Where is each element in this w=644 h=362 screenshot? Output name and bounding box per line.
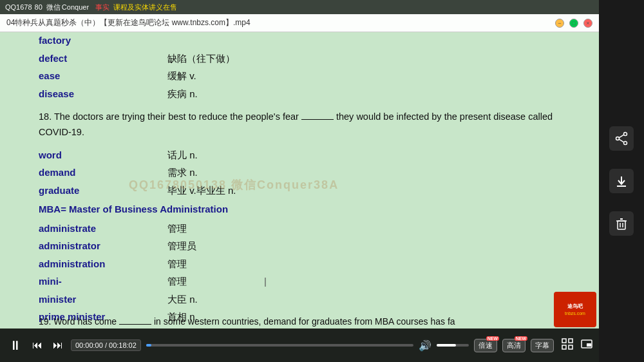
logo-subtext: tnbzs.com	[565, 311, 585, 316]
vocab-zh-word: 话儿 n.	[167, 147, 198, 164]
vocab-zh-graduate: 毕业 v.毕业生 n.	[167, 182, 236, 199]
subtitle-label: 字幕	[535, 341, 549, 350]
quality-button[interactable]: NEW 高清	[502, 339, 526, 352]
svg-line-10	[619, 139, 624, 142]
window-controls: − □ ×	[555, 19, 592, 28]
next-button[interactable]: ⏭	[50, 338, 66, 352]
vocab-en-factory: factory	[39, 32, 129, 49]
quality-label: 高清	[507, 341, 521, 350]
volume-icon[interactable]: 🔊	[419, 339, 431, 352]
svg-rect-0	[562, 339, 566, 343]
logo-text: 途鸟吧	[567, 303, 583, 310]
time-display: 00:00:00 / 00:18:02	[71, 339, 141, 351]
speed-label: 倍速	[478, 341, 493, 350]
close-button[interactable]: ×	[583, 19, 592, 28]
vocab-zh-minister: 大臣 n.	[167, 291, 198, 308]
fullscreen-button[interactable]	[562, 338, 573, 352]
tnbzs-logo: 途鸟吧 tnbzs.com	[554, 292, 596, 327]
svg-rect-1	[569, 339, 573, 343]
bottom-sentence: 19. Word has come in some western countr…	[39, 315, 509, 329]
prev-button[interactable]: ⏮	[30, 338, 45, 352]
download-button[interactable]	[609, 169, 634, 193]
vocab-zh-defect: 缺陷（往下做）	[167, 50, 235, 67]
vocab-en-minister: minister	[39, 291, 129, 308]
vocab-row-factory: factory	[39, 32, 560, 49]
vocab-en-demand: demand	[39, 164, 129, 181]
right-sidebar	[599, 0, 644, 362]
progress-bar[interactable]	[146, 344, 413, 347]
video-container: QQ1678 80 微信 Conquer 事实 课程及实体讲义在售 04特种兵从…	[0, 0, 644, 362]
vocab-zh-demand: 需求 n.	[167, 164, 198, 181]
vocab-row-mini: mini- 管理 |	[39, 273, 560, 290]
title-bar: 04特种兵从真题秒杀（中）【更新在途鸟吧论坛 www.tnbzs.com】.mp…	[0, 14, 599, 32]
vocab-en-word: word	[39, 147, 129, 164]
blank-2	[119, 324, 151, 325]
vocab-en-graduate: graduate	[39, 182, 129, 199]
svg-rect-2	[562, 345, 566, 349]
window-title: 04特种兵从真题秒杀（中）【更新在途鸟吧论坛 www.tnbzs.com】.mp…	[6, 17, 555, 28]
watermark-red: 事实	[95, 3, 109, 12]
vocab-row-disease: disease 疾病 n.	[39, 86, 560, 102]
vocab-en-administration: administration	[39, 256, 129, 272]
speed-button[interactable]: NEW 倍速	[474, 339, 497, 352]
vocab-row-minister: minister 大臣 n.	[39, 291, 560, 308]
svg-point-8	[624, 142, 627, 145]
mba-row: MBA= Master of Business Administration	[39, 201, 560, 218]
volume-bar[interactable]	[437, 344, 469, 347]
pause-button[interactable]: ⏸	[6, 337, 24, 354]
svg-point-7	[616, 137, 620, 140]
vocab-en-defect: defect	[39, 50, 129, 67]
vocab-row-graduate: graduate 毕业 v.毕业生 n.	[39, 182, 560, 199]
vocab-zh-administration: 管理	[167, 256, 187, 272]
vocab-row-demand: demand 需求 n.	[39, 164, 560, 181]
vocab-zh-administrator: 管理员	[167, 238, 196, 254]
watermark-qq: QQ1678	[5, 3, 32, 11]
vocab-en-disease: disease	[39, 86, 129, 102]
top-watermark-bar: QQ1678 80 微信 Conquer 事实 课程及实体讲义在售	[0, 0, 599, 14]
vocab-en-ease: ease	[39, 68, 129, 84]
svg-rect-13	[618, 221, 625, 229]
share-button[interactable]	[609, 126, 634, 151]
delete-button[interactable]	[609, 211, 634, 236]
watermark-id: 80	[35, 3, 43, 11]
watermark-yellow: 课程及实体讲义在售	[113, 3, 177, 12]
cursor-position: |	[264, 273, 267, 290]
subtitle-button[interactable]: 字幕	[531, 339, 554, 352]
volume-fill	[437, 344, 456, 347]
video-content: QQ1678 80 微信 Conquer 事实 课程及实体讲义在售 04特种兵从…	[0, 0, 599, 362]
pip-button[interactable]	[581, 339, 592, 351]
quality-new-badge: NEW	[515, 336, 527, 341]
vocab-zh-ease: 缓解 v.	[167, 68, 196, 84]
text-area: factory defect 缺陷（往下做） ease 缓解 v. diseas…	[39, 32, 560, 323]
progress-fill	[146, 344, 151, 347]
vocab-zh-mini: 管理	[167, 273, 187, 290]
sentence-1: 18. The doctors are trying their best to…	[39, 110, 560, 140]
bottom-controls[interactable]: ⏸ ⏮ ⏭ 00:00:00 / 00:18:02 🔊 NEW	[0, 329, 599, 362]
blank-1	[301, 119, 334, 120]
vocab-row-defect: defect 缺陷（往下做）	[39, 50, 560, 67]
svg-point-6	[624, 133, 627, 136]
watermark-wx-label: 微信	[46, 3, 61, 12]
vocab-en-administrate: administrate	[39, 220, 129, 237]
svg-rect-3	[569, 345, 573, 349]
vocab-row-administrate: administrate 管理	[39, 220, 560, 237]
vocab-zh-administrate: 管理	[167, 220, 187, 237]
vocab-zh-disease: 疾病 n.	[167, 86, 198, 102]
maximize-button[interactable]: □	[569, 19, 578, 28]
vocab-row-administrator: administrator 管理员	[39, 238, 560, 254]
vocab-row-ease: ease 缓解 v.	[39, 68, 560, 84]
vocab-en-mini: mini-	[39, 273, 129, 290]
vocab-row-word: word 话儿 n.	[39, 147, 560, 164]
current-time: 00:00:00	[75, 341, 103, 349]
watermark-wx-id: Conquer	[62, 3, 89, 11]
svg-line-9	[619, 135, 624, 138]
svg-rect-5	[587, 343, 591, 347]
total-time: 00:18:02	[109, 341, 137, 349]
minimize-button[interactable]: −	[555, 19, 564, 28]
vocab-en-administrator: administrator	[39, 238, 129, 254]
vocab-row-administration: administration 管理	[39, 256, 560, 272]
speed-new-badge: NEW	[486, 336, 499, 341]
